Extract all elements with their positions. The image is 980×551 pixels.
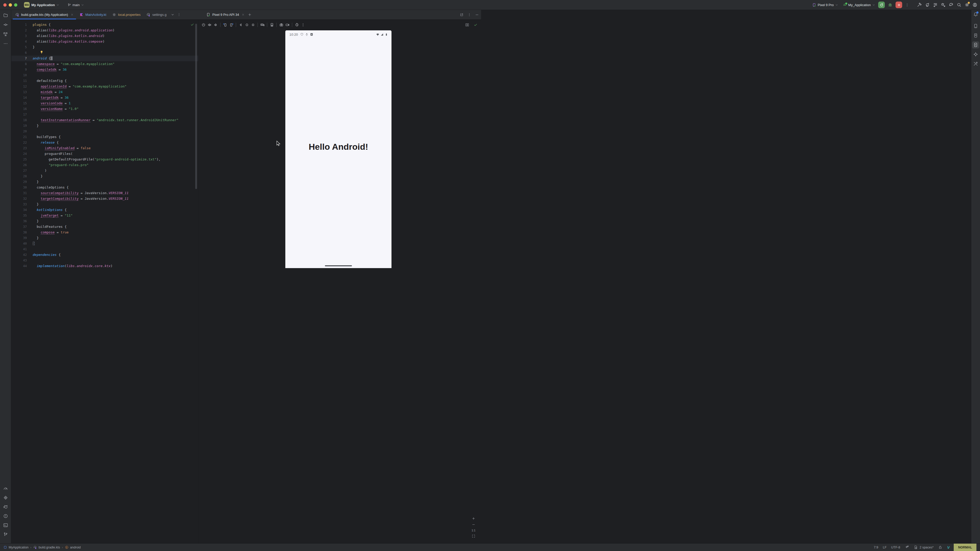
tab-settings-gradle[interactable]: settings.g <box>143 10 169 19</box>
code-line-19[interactable]: 19 } <box>11 123 198 129</box>
keyboard-mouse-icon[interactable] <box>259 23 266 27</box>
code-line-38[interactable]: 38 compose = true <box>11 230 198 235</box>
code-line-23[interactable]: 23 isMinifyEnabled = false <box>11 145 198 151</box>
code-line-7[interactable]: 7android { <box>11 56 198 61</box>
close-window-button[interactable] <box>3 3 6 6</box>
split-columns-icon[interactable] <box>465 23 469 27</box>
code-line-17[interactable]: 17 <box>11 112 198 118</box>
code-line-4[interactable]: 4 alias(libs.plugins.kotlin.compose) <box>11 39 198 44</box>
code-line-31[interactable]: 31 sourceCompatibility = JavaVersion.VER… <box>11 190 198 196</box>
structure-icon[interactable] <box>3 32 8 37</box>
line-number[interactable]: 29 <box>11 179 33 185</box>
line-number[interactable]: 8 <box>11 61 33 67</box>
code-line-29[interactable]: 29 } <box>11 179 198 185</box>
device-check-icon[interactable] <box>474 23 477 27</box>
editor-scrollbar[interactable] <box>195 24 197 189</box>
code-line-33[interactable]: 33 } <box>11 202 198 207</box>
code-line-26[interactable]: 26 "proguard-rules.pro" <box>11 162 198 168</box>
folder-icon[interactable] <box>3 13 8 18</box>
line-number[interactable]: 27 <box>11 168 33 173</box>
code-line-18[interactable]: 18 testInstrumentationRunner = "androidx… <box>11 118 198 123</box>
line-number[interactable]: 19 <box>11 123 33 129</box>
code-line-32[interactable]: 32 targetCompatibility = JavaVersion.VER… <box>11 196 198 202</box>
code-line-11[interactable]: 11 defaultConfig { <box>11 78 198 84</box>
code-line-24[interactable]: 24 proguardFiles( <box>11 151 198 157</box>
line-number[interactable]: 10 <box>11 73 33 78</box>
line-number[interactable]: 5 <box>11 44 33 50</box>
line-number[interactable]: 30 <box>11 185 33 190</box>
line-number[interactable]: 31 <box>11 190 33 196</box>
line-number[interactable]: 2 <box>11 27 33 33</box>
code-line-36[interactable]: 36 } <box>11 218 198 224</box>
line-number[interactable]: 34 <box>11 207 33 213</box>
code-line-44[interactable]: 44 implementation(libs.androidx.core.ktx… <box>11 263 198 269</box>
line-number[interactable]: 7 <box>11 56 33 61</box>
code-line-3[interactable]: 3 alias(libs.plugins.kotlin.android) <box>11 33 198 39</box>
tab-options-icon[interactable] <box>177 13 181 17</box>
camera-icon[interactable] <box>278 23 284 27</box>
code-line-41[interactable]: 41 <box>11 246 198 252</box>
code-line-40[interactable]: 40} <box>11 241 198 246</box>
line-number[interactable]: 25 <box>11 157 33 162</box>
code-line-5[interactable]: 5} <box>11 44 198 50</box>
volume-up-icon[interactable] <box>207 23 213 27</box>
code-line-22[interactable]: 22 release { <box>11 140 198 145</box>
line-number[interactable]: 42 <box>11 252 33 258</box>
code-line-8[interactable]: 8 namespace = "com.example.myapplication… <box>11 61 198 67</box>
line-number[interactable]: 16 <box>11 106 33 112</box>
device-settings-icon[interactable] <box>269 23 275 27</box>
home-icon[interactable] <box>244 23 250 27</box>
overview-icon[interactable] <box>250 23 256 27</box>
line-number[interactable]: 43 <box>11 258 33 263</box>
inspections-ok-icon[interactable] <box>190 23 194 27</box>
tab-local-properties[interactable]: local.properties <box>109 10 143 19</box>
code-line-9[interactable]: 9 compileSdk = 36 <box>11 67 198 73</box>
tab-build-gradle[interactable]: build.gradle.kts (My Application) <box>12 10 76 19</box>
close-device-tab-icon[interactable] <box>242 13 245 16</box>
line-number[interactable]: 12 <box>11 84 33 89</box>
power-icon[interactable] <box>200 23 207 27</box>
volume-down-icon[interactable] <box>213 23 219 27</box>
line-number[interactable]: 32 <box>11 196 33 202</box>
tab-list-chevron-icon[interactable] <box>171 13 175 17</box>
line-number[interactable]: 9 <box>11 67 33 73</box>
intention-bulb-icon[interactable] <box>40 50 44 54</box>
gesture-navigation-bar[interactable] <box>325 265 352 267</box>
code-line-13[interactable]: 13 minSdk = 24 <box>11 89 198 95</box>
screen-record-icon[interactable] <box>284 23 290 27</box>
add-device-tab-icon[interactable] <box>248 13 251 17</box>
code-line-37[interactable]: 37 buildFeatures { <box>11 224 198 230</box>
code-line-34[interactable]: 34 kotlinOptions { <box>11 207 198 213</box>
line-number[interactable]: 28 <box>11 173 33 179</box>
code-line-20[interactable]: 20 <box>11 129 198 134</box>
code-line-2[interactable]: 2 alias(libs.plugins.android.application… <box>11 27 198 33</box>
code-line-27[interactable]: 27 ) <box>11 168 198 173</box>
line-number[interactable]: 41 <box>11 246 33 252</box>
line-number[interactable]: 4 <box>11 39 33 44</box>
line-number[interactable]: 23 <box>11 145 33 151</box>
line-number[interactable]: 22 <box>11 140 33 145</box>
code-line-28[interactable]: 28 } <box>11 173 198 179</box>
code-line-16[interactable]: 16 versionName = "1.0" <box>11 106 198 112</box>
code-line-21[interactable]: 21 buildTypes { <box>11 134 198 140</box>
tab-running-device[interactable]: Pixel 9 Pro API 34 <box>205 13 246 17</box>
code-line-39[interactable]: 39 } <box>11 235 198 241</box>
back-icon[interactable] <box>238 23 244 27</box>
line-number[interactable]: 20 <box>11 129 33 134</box>
code-line-43[interactable]: 43 <box>11 258 198 263</box>
code-editor[interactable]: 1plugins {2 alias(libs.plugins.android.a… <box>11 20 198 275</box>
rotate-left-icon[interactable] <box>222 23 228 27</box>
line-number[interactable]: 14 <box>11 95 33 100</box>
line-number[interactable]: 36 <box>11 218 33 224</box>
code-line-12[interactable]: 12 applicationId = "com.example.myapplic… <box>11 84 198 89</box>
line-number[interactable]: 15 <box>11 100 33 106</box>
line-number[interactable]: 1 <box>11 22 33 27</box>
line-number[interactable]: 13 <box>11 89 33 95</box>
minimize-window-button[interactable] <box>9 3 12 6</box>
line-number[interactable]: 18 <box>11 118 33 123</box>
line-number[interactable]: 26 <box>11 162 33 168</box>
line-number[interactable]: 6 <box>11 50 33 56</box>
tab-mainactivity[interactable]: MainActivity.kt <box>76 10 109 19</box>
code-line-42[interactable]: 42dependencies { <box>11 252 198 258</box>
line-number[interactable]: 11 <box>11 78 33 84</box>
